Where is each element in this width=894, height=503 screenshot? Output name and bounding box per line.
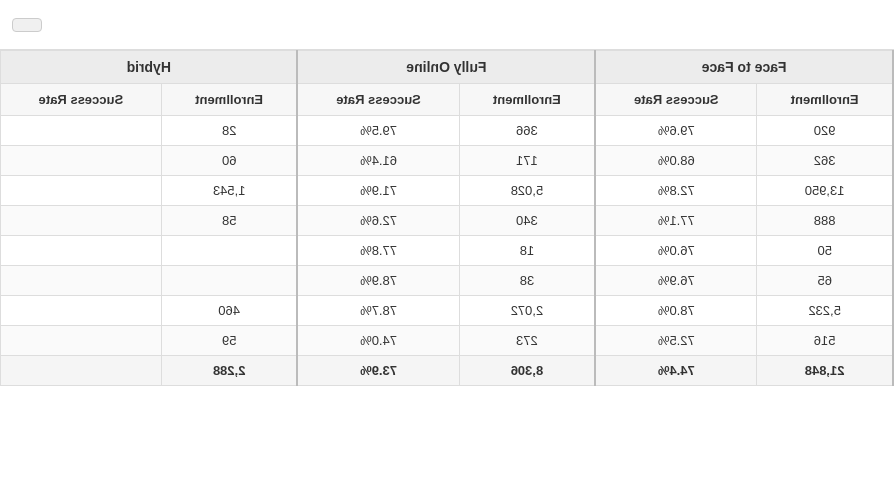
table-cell: 77.8% [298,236,460,266]
col-h-enrollment: Enrollment [161,84,297,116]
table-cell: 72.5% [595,326,757,356]
table-cell [1,206,162,236]
table-cell [1,296,162,326]
table-cell: 920 [757,116,893,146]
main-container: Face to Face Fully Online Hybrid Enrollm… [0,0,894,503]
table-cell [1,236,162,266]
record-count-badge [12,18,42,32]
col-f2f-success-rate: Success Rate [595,84,757,116]
group-face-to-face: Face to Face [595,51,893,84]
table-cell: 59 [161,326,297,356]
table-cell: 273 [459,326,595,356]
table-cell [1,266,162,296]
col-h-success-rate: Success Rate [1,84,162,116]
table-cell: 72.6% [298,206,460,236]
table-cell: 79.5% [298,116,460,146]
table-cell: 68.0% [595,146,757,176]
table-cell: 13,950 [757,176,893,206]
table-cell: 79.6% [595,116,757,146]
table-cell: 72.8% [595,176,757,206]
table-cell: 60 [161,146,297,176]
table-cell: 78.7% [298,296,460,326]
table-row: 36268.0%17161.4%60 [1,146,894,176]
table-cell: 28 [161,116,297,146]
col-fo-success-rate: Success Rate [298,84,460,116]
table-cell: 65 [757,266,893,296]
table-row: 92079.6%36679.5%28 [1,116,894,146]
top-bar [0,0,894,50]
col-f2f-enrollment: Enrollment [757,84,893,116]
table-row: 13,95072.8%5,02871.9%1,543 [1,176,894,206]
table-cell: 2,072 [459,296,595,326]
table-cell: 71.9% [298,176,460,206]
table-cell: 76.0% [595,236,757,266]
table-cell: 5,028 [459,176,595,206]
table-cell: 366 [459,116,595,146]
table-cell: 171 [459,146,595,176]
table-cell [1,356,162,386]
table-row: 6576.9%3878.9% [1,266,894,296]
table-cell: 74.0% [298,326,460,356]
table-cell: 1,543 [161,176,297,206]
table-cell: 460 [161,296,297,326]
table-cell: 78.0% [595,296,757,326]
table-cell [1,116,162,146]
table-cell: 77.1% [595,206,757,236]
table-cell: 73.9% [298,356,460,386]
group-hybrid: Hybrid [1,51,298,84]
table-cell [161,266,297,296]
table-cell [1,326,162,356]
table-cell [1,146,162,176]
group-fully-online: Fully Online [298,51,596,84]
table-cell: 340 [459,206,595,236]
table-cell [161,236,297,266]
table-body: 92079.6%36679.5%2836268.0%17161.4%6013,9… [1,116,894,386]
table-cell: 516 [757,326,893,356]
table-cell: 74.4% [595,356,757,386]
table-cell: 50 [757,236,893,266]
table-cell: 78.9% [298,266,460,296]
table-cell: 5,232 [757,296,893,326]
table-cell: 38 [459,266,595,296]
table-cell: 8,306 [459,356,595,386]
table-cell: 888 [757,206,893,236]
table-cell: 362 [757,146,893,176]
col-header-row: Enrollment Success Rate Enrollment Succe… [1,84,894,116]
table-wrapper: Face to Face Fully Online Hybrid Enrollm… [0,50,894,503]
data-table: Face to Face Fully Online Hybrid Enrollm… [0,50,894,386]
table-cell [1,176,162,206]
table-cell: 21,848 [757,356,893,386]
table-cell: 2,288 [161,356,297,386]
table-row: 21,84874.4%8,30673.9%2,288 [1,356,894,386]
table-cell: 18 [459,236,595,266]
table-cell: 76.9% [595,266,757,296]
col-fo-enrollment: Enrollment [459,84,595,116]
table-cell: 58 [161,206,297,236]
table-row: 5,23278.0%2,07278.7%460 [1,296,894,326]
table-row: 5076.0%1877.8% [1,236,894,266]
group-header-row: Face to Face Fully Online Hybrid [1,51,894,84]
table-cell: 61.4% [298,146,460,176]
table-row: 88877.1%34072.6%58 [1,206,894,236]
table-row: 51672.5%27374.0%59 [1,326,894,356]
